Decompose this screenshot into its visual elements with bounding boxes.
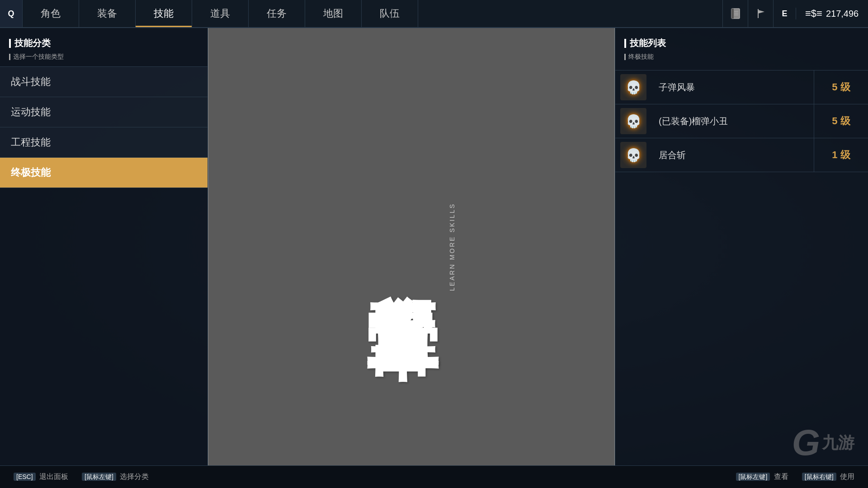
category-ultimate[interactable]: 终极技能 xyxy=(0,157,208,188)
skill-level-3: 1 级 xyxy=(814,138,868,172)
watermark-g-logo: G xyxy=(792,425,820,461)
skill-name-2: (已装备)榴弹小丑 xyxy=(651,115,814,127)
watermark-text: 九游 xyxy=(822,432,854,454)
category-combat[interactable]: 战斗技能 xyxy=(0,66,208,97)
flag-icon-button[interactable] xyxy=(748,0,773,27)
currency-value: 217,496 xyxy=(826,9,859,19)
bottom-hints-left: [ESC] 退出面板 [鼠标左键] 选择分类 xyxy=(14,472,149,482)
skull-flame-icon-1: 💀 xyxy=(626,80,642,95)
bottom-bar: [ESC] 退出面板 [鼠标左键] 选择分类 [鼠标左键] 查看 [鼠标右键] … xyxy=(0,465,868,488)
content-area: 技能分类 选择一个技能类型 战斗技能 运动技能 工程技能 终极技能 學富五車 L… xyxy=(0,28,868,465)
left-panel: 技能分类 选择一个技能类型 战斗技能 运动技能 工程技能 终极技能 xyxy=(0,28,208,465)
skill-list-title: 技能列表 xyxy=(615,37,868,51)
tab-missions[interactable]: 任务 xyxy=(249,0,305,27)
hint-right-click-use: [鼠标右键] 使用 xyxy=(802,472,854,482)
skill-level-1: 5 级 xyxy=(814,70,868,104)
tab-skills[interactable]: 技能 xyxy=(136,0,192,27)
watermark: G 九游 xyxy=(792,425,854,461)
skill-icon-wrapper-2: 💀 xyxy=(615,104,651,138)
hint-label-left-click: 选择分类 xyxy=(120,473,149,480)
hint-key-left-click: [鼠标左键] xyxy=(82,473,116,481)
skill-item-grenade-joker[interactable]: 💀 (已装备)榴弹小丑 5 级 xyxy=(615,104,868,138)
hint-esc: [ESC] 退出面板 xyxy=(14,472,68,482)
right-panel: 技能列表 终极技能 💀 子弹风暴 5 级 xyxy=(615,28,868,465)
chinese-promo-text: 學富五車 xyxy=(367,238,439,256)
tab-items[interactable]: 道具 xyxy=(192,0,249,27)
hint-label-use: 使用 xyxy=(840,473,854,480)
key-e: E xyxy=(773,0,796,27)
center-panel: 學富五車 LEARN MORE SKILLS xyxy=(208,28,615,465)
skills-section-title: 技能分类 xyxy=(0,37,208,51)
tab-team[interactable]: 队伍 xyxy=(362,0,418,27)
main-container: Q 角色 装备 技能 道具 任务 地图 队伍 xyxy=(0,0,868,488)
svg-rect-1 xyxy=(731,9,734,19)
skills-section-subtitle: 选择一个技能类型 xyxy=(0,51,208,66)
top-nav: Q 角色 装备 技能 道具 任务 地图 队伍 xyxy=(0,0,868,28)
category-engineering[interactable]: 工程技能 xyxy=(0,127,208,157)
tab-map[interactable]: 地图 xyxy=(305,0,362,27)
skill-list: 💀 子弹风暴 5 级 💀 (已装备)榴弹小丑 5 级 xyxy=(615,70,868,172)
skill-item-bullet-storm[interactable]: 💀 子弹风暴 5 级 xyxy=(615,70,868,104)
hint-left-click-select: [鼠标左键] 选择分类 xyxy=(82,472,149,482)
hint-label-view: 查看 xyxy=(774,473,788,480)
skill-category-list: 战斗技能 运动技能 工程技能 终极技能 xyxy=(0,66,208,188)
english-promo-text: LEARN MORE SKILLS xyxy=(444,203,456,291)
currency-icon: ≡$≡ xyxy=(805,8,822,19)
skill-name-1: 子弹风暴 xyxy=(651,81,814,94)
nav-icons: E ≡$≡ 217,496 xyxy=(722,0,868,27)
key-q: Q xyxy=(0,0,23,27)
skill-icon-wrapper-1: 💀 xyxy=(615,70,651,104)
skull-flame-icon-3: 💀 xyxy=(626,148,642,163)
skill-name-3: 居合斩 xyxy=(651,149,814,161)
skill-item-iai-slash[interactable]: 💀 居合斩 1 级 xyxy=(615,138,868,172)
hint-right-left-view: [鼠标左键] 查看 xyxy=(736,472,788,482)
hint-label-esc: 退出面板 xyxy=(39,473,68,480)
hint-key-use: [鼠标右键] xyxy=(802,473,836,481)
bottom-hints-right: [鼠标左键] 查看 [鼠标右键] 使用 xyxy=(736,472,854,482)
skull-flame-icon-2: 💀 xyxy=(626,114,642,129)
center-content: 學富五車 LEARN MORE SKILLS xyxy=(367,203,456,291)
skill-level-2: 5 级 xyxy=(814,104,868,138)
tab-character[interactable]: 角色 xyxy=(23,0,79,27)
currency-display: ≡$≡ 217,496 xyxy=(796,8,868,19)
category-movement[interactable]: 运动技能 xyxy=(0,97,208,127)
hint-key-view: [鼠标左键] xyxy=(736,473,770,481)
skill-icon-grenade-joker: 💀 xyxy=(620,108,646,134)
skill-icon-bullet-storm: 💀 xyxy=(620,74,646,100)
skill-list-subtitle: 终极技能 xyxy=(615,51,868,66)
notebook-icon-button[interactable] xyxy=(722,0,748,27)
skill-icon-wrapper-3: 💀 xyxy=(615,138,651,172)
hint-key-esc: [ESC] xyxy=(14,473,36,481)
tab-equipment[interactable]: 装备 xyxy=(79,0,136,27)
skill-icon-iai-slash: 💀 xyxy=(620,142,646,168)
